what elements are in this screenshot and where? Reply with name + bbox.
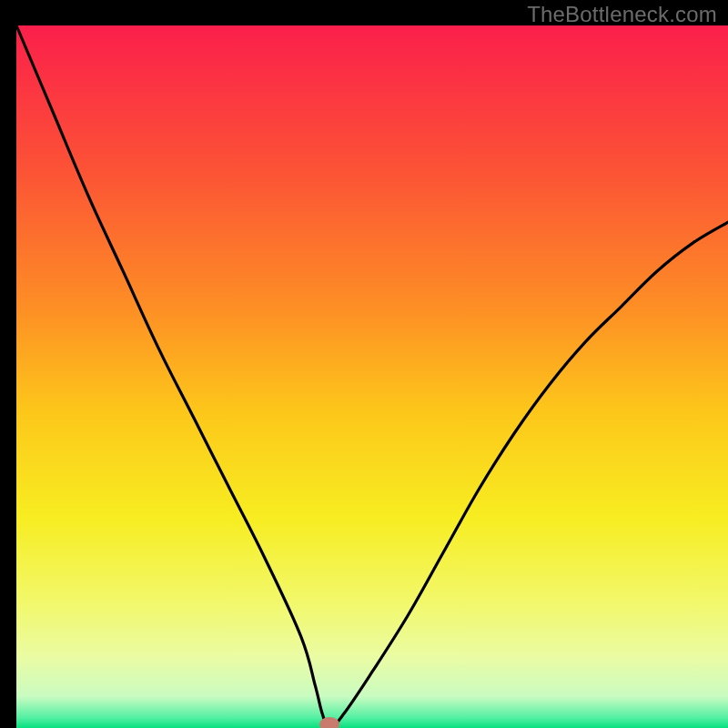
bottleneck-chart: TheBottleneck.com bbox=[0, 0, 728, 728]
watermark-text: TheBottleneck.com bbox=[527, 2, 717, 27]
plot-background bbox=[16, 25, 728, 728]
chart-svg bbox=[0, 0, 728, 728]
